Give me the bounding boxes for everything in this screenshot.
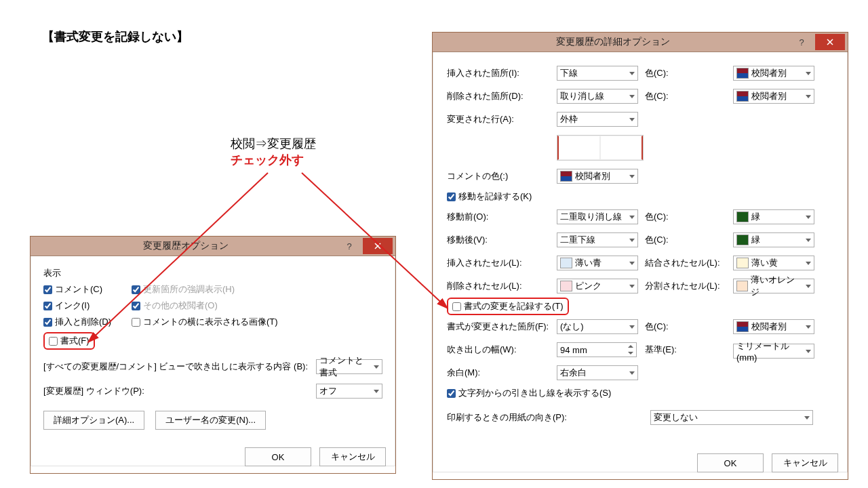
swatch-icon — [736, 258, 749, 268]
tracking-options-dialog: 変更履歴オプション ? 表示 コメント(C) 更新箇所の強調表示(H) インク(… — [31, 237, 395, 473]
inserted-select[interactable]: 下線 — [557, 66, 638, 81]
other-reviewers-checkbox[interactable]: その他の校閲者(O) — [132, 300, 218, 312]
help-icon[interactable]: ? — [788, 37, 815, 47]
tracking-window-label: [変更履歴] ウィンドウ(P): — [43, 385, 316, 397]
moved-from-label: 移動前(O): — [447, 211, 557, 223]
moved-to-label: 移動後(V): — [447, 234, 557, 246]
comment-color-select[interactable]: 校閲者別 — [557, 169, 638, 184]
split-cell-label: 分割されたセル(L): — [645, 280, 733, 292]
track-formatting-checkbox[interactable]: 書式の変更を記録する(T) — [452, 300, 564, 312]
swatch-icon — [736, 281, 748, 291]
advanced-options-button[interactable]: 詳細オプション(A)... — [43, 411, 144, 430]
color-label: 色(C): — [645, 234, 733, 246]
format-color-select[interactable]: 校閲者別 — [733, 319, 814, 334]
highlight-checkbox[interactable]: 更新箇所の強調表示(H) — [132, 283, 235, 296]
swatch-icon — [560, 281, 572, 291]
comment-checkbox[interactable]: コメント(C) — [43, 283, 132, 296]
deleted-select[interactable]: 取り消し線 — [557, 89, 638, 104]
unit-select[interactable]: ミリメートル (mm) — [733, 344, 814, 359]
annotation: 校閲⇒変更履歴 チェック外す — [231, 136, 316, 169]
annotation-line1: 校閲⇒変更履歴 — [231, 136, 316, 152]
inserted-label: 挿入された箇所(I): — [447, 67, 557, 79]
inserted-cell-label: 挿入されたセル(L): — [447, 257, 557, 269]
ok-button[interactable]: OK — [697, 453, 764, 472]
unit-label: 基準(E): — [645, 344, 733, 356]
tracking-window-select[interactable]: オフ — [316, 384, 382, 399]
close-icon — [827, 39, 833, 45]
margin-select[interactable]: 右余白 — [557, 365, 638, 380]
advanced-tracking-options-dialog: 変更履歴の詳細オプション ? 挿入された箇所(I): 下線 色(C): 校閲者別… — [433, 33, 848, 479]
balloon-content-select[interactable]: コメントと書式 — [316, 359, 382, 374]
margin-label: 余白(M): — [447, 367, 557, 379]
page-title: 【書式変更を記録しない】 — [42, 28, 189, 45]
format-checkbox[interactable]: 書式(F) — [49, 335, 90, 347]
swatch-icon — [736, 211, 749, 222]
change-username-button[interactable]: ユーザー名の変更(N)... — [155, 411, 266, 430]
format-location-label: 書式が変更された箇所(F): — [447, 321, 557, 333]
swatch-icon — [736, 321, 749, 332]
color-label: 色(C): — [645, 321, 733, 333]
merged-cell-label: 結合されたセル(L): — [645, 257, 733, 269]
dialog-titlebar: 変更履歴の詳細オプション ? — [433, 33, 848, 52]
color-label: 色(C): — [645, 67, 733, 79]
balloon-content-label: [すべての変更履歴/コメント] ビューで吹き出しに表示する内容 (B): — [43, 361, 316, 373]
changed-lines-label: 変更された行(A): — [447, 113, 557, 125]
track-moves-checkbox[interactable]: 移動を記録する(K) — [447, 188, 833, 205]
dialog-title: 変更履歴の詳細オプション — [438, 36, 788, 48]
dialog-titlebar: 変更履歴オプション ? — [31, 237, 395, 256]
dialog-title: 変更履歴オプション — [36, 240, 336, 252]
inserted-cell-select[interactable]: 薄い青 — [557, 256, 638, 270]
moved-to-select[interactable]: 二重下線 — [557, 232, 638, 247]
image-beside-comment-checkbox[interactable]: コメントの横に表示される画像(T) — [132, 316, 278, 328]
swatch-icon — [560, 171, 572, 182]
swatch-icon — [736, 91, 749, 102]
color-label: 色(C): — [645, 211, 733, 223]
moved-to-color-select[interactable]: 緑 — [733, 232, 814, 247]
swatch-icon — [560, 258, 572, 268]
inserted-color-select[interactable]: 校閲者別 — [733, 66, 814, 81]
deleted-cell-select[interactable]: ピンク — [557, 279, 638, 293]
ok-button[interactable]: OK — [245, 447, 311, 466]
swatch-icon — [736, 235, 749, 245]
swatch-icon — [736, 68, 749, 79]
moved-from-select[interactable]: 二重取り消し線 — [557, 209, 638, 224]
color-label: 色(C): — [645, 90, 733, 102]
merged-cell-select[interactable]: 薄い黄 — [733, 256, 814, 270]
deleted-label: 削除された箇所(D): — [447, 90, 557, 102]
help-icon[interactable]: ? — [336, 241, 363, 251]
orientation-select[interactable]: 変更しない — [650, 410, 813, 425]
close-button[interactable] — [815, 34, 845, 50]
track-formatting-highlight: 書式の変更を記録する(T) — [447, 298, 569, 315]
balloon-width-label: 吹き出しの幅(W): — [447, 344, 557, 356]
close-icon — [374, 243, 381, 249]
display-section-label: 表示 — [43, 267, 382, 279]
orientation-label: 印刷するときの用紙の向き(P): — [447, 411, 650, 424]
changed-line-preview — [557, 135, 644, 161]
insert-delete-checkbox[interactable]: 挿入と削除(D) — [43, 316, 132, 328]
deleted-color-select[interactable]: 校閲者別 — [733, 89, 814, 104]
format-checkbox-highlight: 書式(F) — [43, 332, 95, 350]
moved-from-color-select[interactable]: 緑 — [733, 209, 814, 224]
deleted-cell-label: 削除されたセル(L): — [447, 280, 557, 292]
changed-lines-select[interactable]: 外枠 — [557, 112, 638, 127]
comment-color-label: コメントの色(:) — [447, 170, 557, 182]
balloon-width-spinner[interactable]: 94 mm — [557, 342, 637, 357]
cancel-button[interactable]: キャンセル — [319, 447, 386, 466]
ink-checkbox[interactable]: インク(I) — [43, 300, 132, 312]
annotation-line2: チェック外す — [231, 152, 316, 168]
format-location-select[interactable]: (なし) — [557, 319, 638, 334]
split-cell-select[interactable]: 薄いオレンジ — [733, 279, 814, 293]
cancel-button[interactable]: キャンセル — [772, 453, 838, 472]
show-connectors-checkbox[interactable]: 文字列からの引き出し線を表示する(S) — [447, 384, 833, 402]
close-button[interactable] — [363, 238, 393, 254]
